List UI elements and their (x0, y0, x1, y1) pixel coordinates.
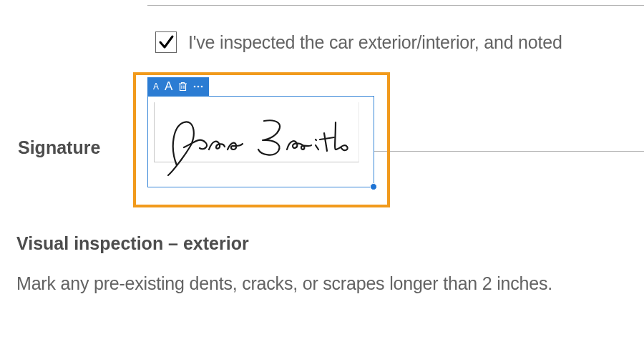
section-body: Mark any pre-existing dents, cracks, or … (16, 273, 552, 294)
checkbox-label: I've inspected the car exterior/interior… (188, 32, 562, 53)
inspection-checkbox[interactable] (155, 31, 177, 53)
resize-handle[interactable] (370, 183, 377, 190)
font-shrink-button[interactable]: A (153, 82, 159, 92)
trash-icon (178, 82, 187, 92)
ellipsis-icon (193, 85, 203, 88)
signature-canvas (154, 102, 359, 162)
font-grow-button[interactable]: A (165, 79, 172, 94)
more-button[interactable] (193, 85, 203, 88)
svg-point-0 (194, 86, 196, 88)
checkbox-row: I've inspected the car exterior/interior… (155, 31, 562, 53)
svg-point-2 (201, 86, 203, 88)
signature-toolbar: A A (147, 77, 209, 96)
section-heading: Visual inspection – exterior (16, 233, 249, 254)
svg-point-1 (197, 86, 200, 88)
form-divider-top (147, 5, 644, 6)
delete-button[interactable] (178, 82, 187, 92)
checkmark-icon (157, 34, 175, 51)
signature-field[interactable] (147, 96, 374, 187)
signature-label: Signature (18, 137, 100, 158)
